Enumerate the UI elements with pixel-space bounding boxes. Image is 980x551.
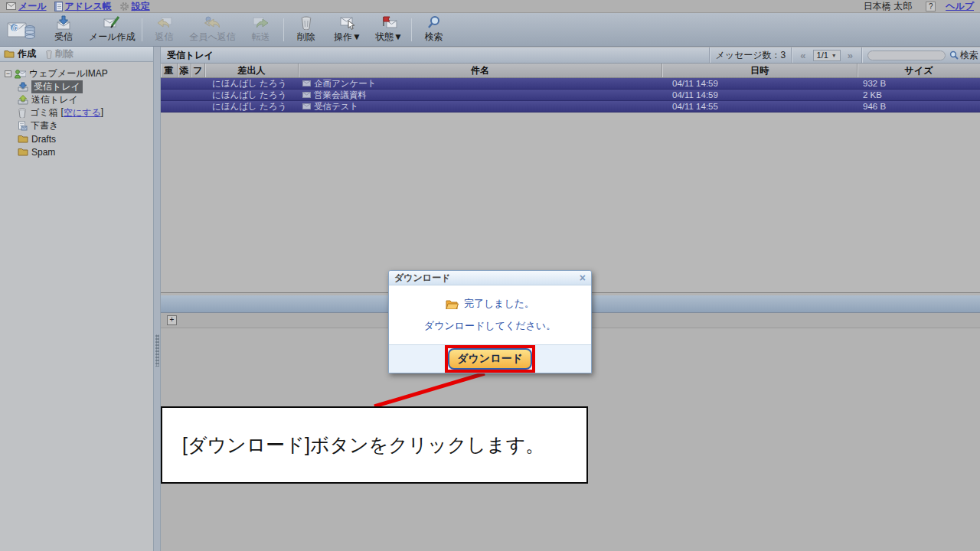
envelope-icon	[302, 92, 311, 98]
folder-tree: − ウェブメールIMAP 受信トレイ 送信トレイ	[0, 62, 153, 164]
create-folder-button[interactable]: 作成	[4, 47, 36, 60]
sidebar-item-drafts-jp[interactable]: 下書き	[2, 119, 152, 132]
sidebar-item-drafts[interactable]: Drafts	[2, 132, 152, 145]
prev-page-button[interactable]: «	[797, 50, 808, 61]
dialog-done-message: 完了しました。	[464, 297, 534, 311]
search-button[interactable]: 検索	[413, 15, 455, 45]
account-node[interactable]: − ウェブメールIMAP	[2, 67, 152, 80]
receive-icon	[54, 15, 73, 30]
close-icon[interactable]: ×	[580, 272, 586, 284]
list-pane-header: 受信トレイ メッセージ数：3 « 1/1 ▼ »	[161, 47, 980, 64]
row-subject: 営業会議資料	[314, 90, 367, 101]
envelope-icon	[302, 103, 311, 109]
help-link[interactable]: ヘルプ	[946, 0, 974, 13]
sidebar-item-spam[interactable]: Spam	[2, 145, 152, 158]
sidebar-item-trash[interactable]: ゴミ箱 [空にする]	[2, 106, 152, 119]
sidebar-item-sent[interactable]: 送信トレイ	[2, 93, 152, 106]
download-dialog: ダウンロード × 完了しました。 ダウンロードしてください。 ダウンロード	[388, 270, 592, 373]
row-subject: 企画アンケート	[314, 78, 377, 90]
reply-all-button-label: 全員へ返信	[190, 31, 236, 44]
draft-icon	[18, 121, 28, 131]
bracket: ]	[101, 106, 103, 119]
receive-button-label: 受信	[54, 31, 73, 44]
app-logo-icon: @	[6, 17, 37, 43]
row-size: 932 B	[858, 79, 980, 88]
create-folder-label: 作成	[18, 47, 36, 60]
reply-button-label: 返信	[155, 31, 174, 44]
column-subject[interactable]: 件名	[299, 64, 662, 77]
download-button[interactable]: ダウンロード	[448, 348, 532, 370]
delete-folder-button: 削除	[45, 47, 74, 60]
column-important[interactable]: 重	[161, 64, 178, 77]
chevron-down-icon: ▼	[831, 53, 837, 58]
dialog-footer: ダウンロード	[389, 344, 591, 373]
row-subject: 受信テスト	[314, 101, 358, 112]
highlight-box: ダウンロード	[445, 345, 535, 373]
column-sender[interactable]: 差出人	[205, 64, 299, 77]
actions-menu-button[interactable]: 操作▼	[327, 15, 368, 45]
next-page-button[interactable]: »	[844, 50, 856, 61]
sidebar-item-trash-label: ゴミ箱	[30, 106, 58, 119]
sidebar-splitter[interactable]	[153, 47, 161, 551]
receive-button[interactable]: 受信	[43, 15, 84, 45]
delete-folder-label: 削除	[55, 47, 74, 60]
envelope-icon	[302, 80, 311, 86]
mail-link[interactable]: メール	[6, 0, 47, 13]
column-flag[interactable]: フ	[191, 64, 205, 77]
forward-button: 転送	[240, 15, 282, 45]
sent-tray-icon	[18, 95, 28, 105]
search-input[interactable]	[867, 51, 946, 60]
collapse-toggle[interactable]: −	[5, 70, 11, 77]
search-icon	[426, 15, 442, 30]
compose-button[interactable]: メール作成	[84, 15, 140, 45]
column-date[interactable]: 日時	[662, 64, 858, 77]
compose-icon	[103, 15, 121, 30]
sidebar-item-drafts-jp-label: 下書き	[31, 119, 58, 132]
empty-trash-wrap: [空にする]	[61, 106, 104, 119]
list-search-label: 検索	[960, 49, 978, 62]
row-size: 946 B	[858, 102, 980, 111]
inbox-icon	[18, 82, 28, 92]
address-book-icon	[54, 2, 63, 11]
toolbar-separator	[411, 18, 412, 41]
table-row[interactable]: にほんばし たろう 営業会議資料 04/11 14:59 2 KB	[161, 90, 980, 101]
actions-menu-label: 操作▼	[334, 31, 361, 44]
dialog-title: ダウンロード	[394, 272, 450, 285]
expand-button[interactable]: +	[167, 315, 177, 325]
reply-icon	[155, 15, 174, 30]
settings-link-label: 設定	[132, 0, 150, 13]
sidebar-item-inbox[interactable]: 受信トレイ	[2, 80, 152, 93]
delete-button[interactable]: 削除	[286, 15, 327, 45]
user-name: 日本橋 太郎	[864, 0, 912, 13]
trash-icon	[299, 15, 313, 30]
pager: « 1/1 ▼ »	[791, 47, 861, 63]
delete-button-label: 削除	[297, 31, 315, 44]
row-subject-cell: 営業会議資料	[299, 90, 662, 101]
table-row[interactable]: にほんばし たろう 受信テスト 04/11 14:55 946 B	[161, 101, 980, 112]
reply-button: 返信	[144, 15, 185, 45]
status-flag-icon	[380, 15, 398, 30]
sidebar-item-drafts-label: Drafts	[31, 134, 56, 145]
message-list-pane: 受信トレイ メッセージ数：3 « 1/1 ▼ »	[161, 47, 980, 293]
account-label: ウェブメールIMAP	[29, 67, 108, 80]
settings-link[interactable]: 設定	[119, 0, 150, 13]
main-toolbar: @ 受信 メール作成 返信	[0, 13, 980, 47]
table-row[interactable]: にほんばし たろう 企画アンケート 04/11 14:59 932 B	[161, 78, 980, 90]
folder-sidebar: 作成 削除 − ウェブメールIMAP 受信トレイ	[0, 47, 153, 551]
svg-text:@: @	[12, 23, 20, 31]
account-icon	[15, 69, 26, 79]
mail-icon	[6, 2, 16, 10]
empty-trash-link[interactable]: 空にする	[64, 106, 101, 119]
list-controls: メッセージ数：3 « 1/1 ▼ »	[709, 47, 980, 63]
column-size[interactable]: サイズ	[858, 64, 980, 77]
row-date: 04/11 14:55	[662, 102, 858, 111]
list-search-button[interactable]: 検索	[949, 49, 978, 62]
column-attachment[interactable]: 添	[178, 64, 191, 77]
mail-link-label: メール	[18, 0, 47, 13]
actions-icon	[338, 15, 357, 30]
status-menu-label: 状態▼	[375, 31, 403, 44]
search-button-label: 検索	[425, 31, 443, 44]
status-menu-button[interactable]: 状態▼	[368, 15, 410, 45]
page-select[interactable]: 1/1 ▼	[813, 50, 841, 61]
address-book-link[interactable]: アドレス帳	[54, 0, 112, 13]
